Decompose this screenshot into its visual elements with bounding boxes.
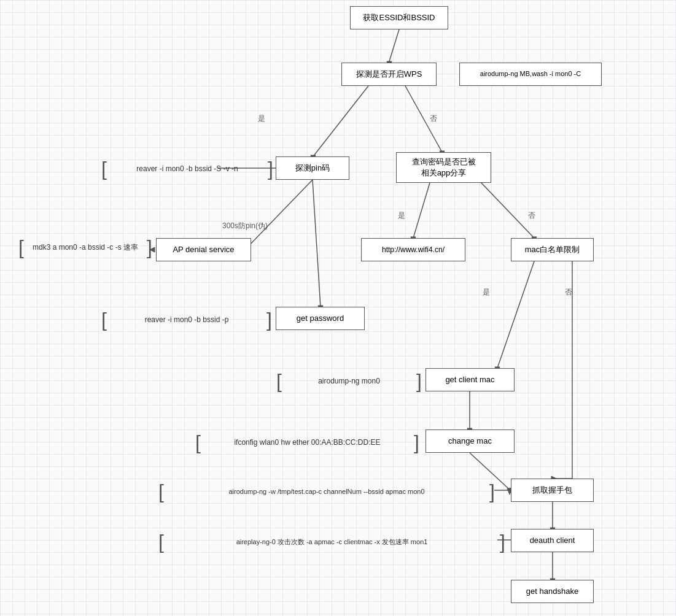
svg-line-15 [497,261,534,368]
start-node: 获取ESSID和BSSID [350,6,448,29]
airodump-mon-bracket: [ airodump-ng mon0 ] [276,371,422,391]
get-password-node: get password [276,307,365,330]
yes1-label: 是 [258,114,265,124]
yes3-label: 是 [483,287,490,298]
ifconfig-bracket: [ ifconfig wlan0 hw ether 00:AA:BB:CC:DD… [195,432,419,453]
airodump-w-bracket: [ airodump-ng -w /tmp/test.cap-c channel… [158,481,495,502]
ap-denial-node: AP denial service [156,238,251,261]
svg-line-11 [413,183,430,238]
airodump-note-node: airodump-ng MB,wash -i mon0 -C [459,63,602,86]
mac-whitelist-node: mac白名单限制 [511,238,594,261]
aireplay-bracket: [ aireplay-ng-0 攻击次数 -a apmac -c clientm… [158,531,505,552]
no3-label: 否 [565,287,572,298]
svg-line-7 [246,180,313,249]
mdk3-bracket: [ mdk3 a mon0 -a bssid -c -s 速率 ] [18,232,152,263]
svg-line-9 [313,180,321,307]
pin-fake-label: 300s防pin(伪) [222,221,268,231]
deauth-client-node: deauth client [511,529,594,552]
wifi-url-node: http://www.wifi4.cn/ [361,238,465,261]
change-mac-node: change mac [425,429,515,453]
reaver-p-bracket: [ reaver -i mon0 -b bssid -p ] [101,309,272,330]
svg-line-0 [389,29,399,61]
detect-pin-node: 探测pin码 [276,156,349,180]
flowchart-canvas: 获取ESSID和BSSID 探测是否开启WPS airodump-ng MB,w… [0,0,676,616]
get-handshake-node: get handshake [511,580,594,603]
get-client-mac-node: get client mac [425,368,515,391]
detect-wps-node: 探测是否开启WPS [341,63,437,86]
no1-label: 否 [430,114,437,124]
query-app-node: 查询密码是否已被 相关app分享 [396,152,491,183]
yes2-label: 是 [398,210,405,221]
svg-line-2 [313,86,368,156]
reaver-pin-bracket: [ reaver -i mon0 -b bssid -S -v -n ] [101,158,273,179]
capture-handshake-node: 抓取握手包 [511,479,594,502]
no2-label: 否 [528,210,535,221]
